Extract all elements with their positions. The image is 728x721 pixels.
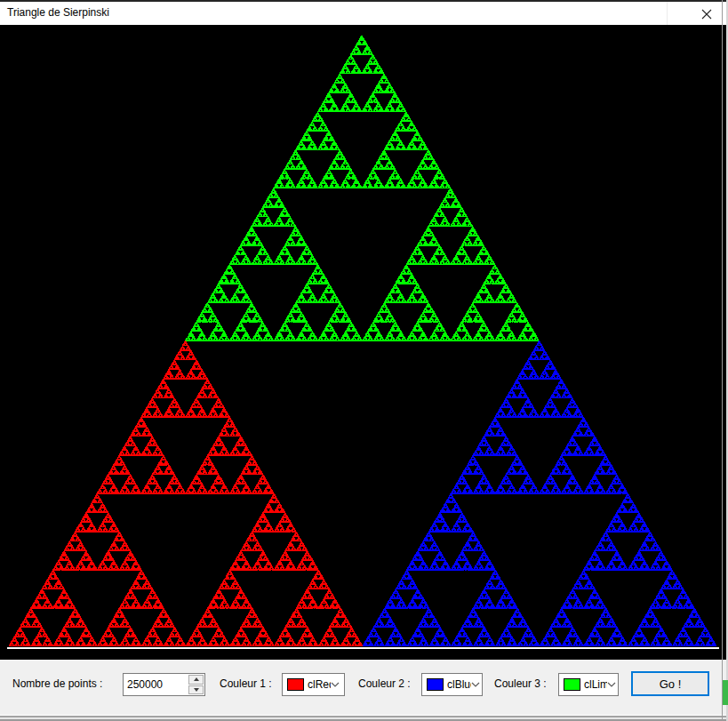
- points-spin-edit[interactable]: 250000: [123, 673, 205, 696]
- couleur2-swatch: [427, 678, 444, 691]
- sierpinski-canvas: [0, 25, 722, 660]
- chevron-down-icon: [331, 682, 340, 687]
- background-window-sliver: [723, 680, 728, 705]
- arrow-down-icon: [194, 688, 199, 692]
- spin-up-button[interactable]: [188, 675, 204, 685]
- couleur1-label: Couleur 1 :: [220, 677, 272, 690]
- couleur3-label: Couleur 3 :: [494, 677, 547, 690]
- arrow-up-icon: [194, 677, 199, 681]
- close-icon: [701, 9, 712, 20]
- couleur3-swatch: [564, 678, 580, 691]
- spin-down-button[interactable]: [188, 685, 204, 695]
- go-button[interactable]: Go !: [631, 671, 709, 696]
- couleur3-value: clLime: [584, 678, 607, 691]
- points-spinner: [188, 674, 204, 695]
- title-bar: Triangle de Sierpinski: [0, 2, 728, 25]
- chevron-down-icon: [471, 682, 480, 687]
- couleur1-combobox[interactable]: clRed: [282, 673, 345, 696]
- fractal-display-area: [0, 25, 728, 660]
- couleur2-value: clBlue: [447, 678, 471, 691]
- close-button[interactable]: [698, 5, 716, 23]
- titlebar-separator: [667, 2, 668, 25]
- window-title: Triangle de Sierpinski: [7, 6, 109, 19]
- couleur2-combobox[interactable]: clBlue: [421, 673, 483, 696]
- points-input[interactable]: 250000: [124, 674, 188, 695]
- app-window: Triangle de Sierpinski Nombre de points …: [0, 0, 728, 721]
- couleur3-combobox[interactable]: clLime: [558, 673, 619, 696]
- window-right-border: [722, 0, 723, 721]
- chevron-down-icon: [607, 682, 616, 687]
- control-panel: Nombre de points : 250000 Couleur 1 : cl…: [0, 660, 728, 715]
- points-label: Nombre de points :: [12, 677, 102, 690]
- couleur1-swatch: [287, 678, 304, 691]
- couleur1-value: clRed: [308, 678, 331, 691]
- window-bottom-border: [0, 715, 728, 721]
- couleur2-label: Couleur 2 :: [358, 677, 411, 690]
- go-button-label: Go !: [660, 677, 682, 691]
